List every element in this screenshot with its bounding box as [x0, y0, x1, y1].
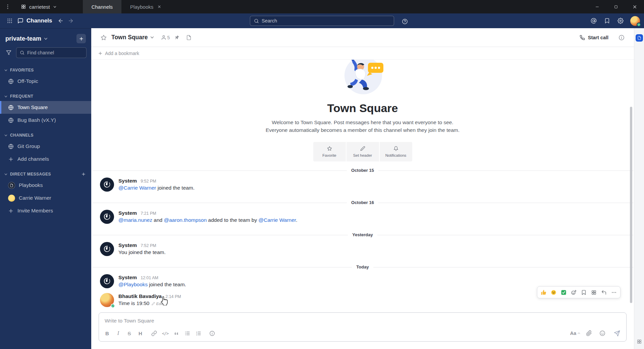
- notifications-button[interactable]: Notifications: [380, 142, 412, 161]
- history-back-button[interactable]: [56, 16, 66, 26]
- find-channel-input[interactable]: [27, 50, 83, 55]
- tab-close-button[interactable]: [157, 5, 161, 9]
- sidebar-item-off-topic[interactable]: Off-Topic: [0, 75, 91, 88]
- tab-playbooks[interactable]: Playbooks: [121, 0, 170, 13]
- search-input[interactable]: [262, 18, 390, 23]
- app-bar-playbooks-button[interactable]: [636, 34, 643, 42]
- scrollbar-thumb[interactable]: [630, 107, 632, 303]
- thumbs-up-emoji-icon: [541, 290, 546, 295]
- attach-file-button[interactable]: [584, 328, 594, 338]
- maximize-icon: [613, 4, 619, 9]
- section-header[interactable]: FREQUENT: [0, 92, 91, 101]
- quick-reaction-check-mark[interactable]: [559, 288, 569, 297]
- maximize-button[interactable]: [606, 0, 625, 13]
- plus-icon: [8, 208, 14, 214]
- app-bar-marketplace-button[interactable]: [637, 339, 642, 344]
- save-message-button[interactable]: [579, 288, 589, 297]
- help-button[interactable]: [399, 16, 411, 27]
- quote-icon: [173, 331, 179, 336]
- code-button[interactable]: </>: [160, 328, 171, 338]
- channel-header: Town Square 5 Start call: [91, 28, 634, 47]
- mention-link[interactable]: @Carrie Warner: [118, 185, 156, 191]
- favorite-button[interactable]: Favorite: [313, 142, 346, 161]
- apps-grid-icon: [591, 290, 597, 295]
- message-row: System9:52 PM @Carrie Warner joined the …: [91, 175, 634, 194]
- set-header-button[interactable]: Set header: [346, 142, 379, 161]
- strikethrough-button[interactable]: S: [124, 328, 135, 338]
- close-button[interactable]: [625, 0, 644, 13]
- playbook-icon: [10, 184, 13, 187]
- tab-channels[interactable]: Channels: [83, 0, 121, 13]
- sidebar-item-bug-bash[interactable]: Bug Bash (vX.Y): [0, 114, 91, 127]
- bulleted-list-button[interactable]: [182, 328, 193, 338]
- quote-button[interactable]: [171, 328, 182, 338]
- start-call-button[interactable]: Start call: [577, 33, 611, 42]
- section-header[interactable]: DIRECT MESSAGES: [0, 170, 91, 179]
- section-header[interactable]: CHANNELS: [0, 131, 91, 140]
- chevron-down-icon: [4, 68, 8, 72]
- sidebar-item-carrie-warner-dm[interactable]: Carrie Warner: [0, 192, 91, 204]
- channel-members-button[interactable]: 5: [161, 35, 170, 40]
- team-menu-button[interactable]: private-team: [5, 35, 48, 42]
- heading-button[interactable]: H: [135, 328, 146, 338]
- message-actions-button[interactable]: [589, 288, 599, 297]
- sidebar-item-playbooks-dm[interactable]: Playbooks: [0, 179, 91, 192]
- mentions-button[interactable]: [588, 15, 599, 26]
- find-channel-box[interactable]: [16, 47, 87, 58]
- global-search[interactable]: [250, 16, 394, 26]
- sidebar-item-add-channels[interactable]: Add channels: [0, 153, 91, 165]
- pinned-posts-button[interactable]: [172, 33, 182, 43]
- minimize-button[interactable]: [588, 0, 606, 13]
- add-direct-message-button[interactable]: [81, 172, 86, 177]
- bold-button[interactable]: B: [102, 328, 113, 338]
- app-bar: [634, 28, 644, 349]
- apps-grid-icon: [637, 339, 642, 344]
- saved-posts-button[interactable]: [601, 15, 613, 26]
- formatting-help-button[interactable]: [207, 328, 218, 338]
- send-icon: [614, 330, 620, 337]
- sidebar-item-town-square[interactable]: Town Square: [0, 101, 91, 114]
- history-forward-button[interactable]: [66, 16, 76, 26]
- channel-files-button[interactable]: [184, 33, 194, 43]
- product-switcher-button[interactable]: [4, 15, 15, 26]
- numbered-list-button[interactable]: [193, 328, 204, 338]
- channel-info-button[interactable]: [616, 33, 627, 43]
- search-icon: [254, 18, 259, 23]
- quick-reaction-grinning[interactable]: [549, 288, 558, 297]
- team-switcher-label: carrietest: [29, 4, 50, 10]
- add-channel-button[interactable]: [76, 34, 86, 43]
- emoji-picker-button[interactable]: [597, 328, 607, 338]
- sidebar-item-invite-members[interactable]: Invite Members: [0, 204, 91, 217]
- section-header[interactable]: FAVORITES: [0, 66, 91, 75]
- quick-reaction-thumbs-up[interactable]: [539, 288, 548, 297]
- team-switcher[interactable]: carrietest: [15, 0, 62, 13]
- link-button[interactable]: [149, 328, 160, 338]
- channel-filter-button[interactable]: [4, 48, 13, 58]
- mention-link[interactable]: @aaron.thompson: [164, 217, 207, 223]
- channel-intro-illustration: [336, 60, 389, 98]
- reply-button[interactable]: [599, 288, 609, 297]
- workspace: private-team FAVORITES Off-Topic: [0, 28, 644, 349]
- user-avatar[interactable]: [630, 16, 640, 26]
- channel-name-menu[interactable]: Town Square: [111, 34, 154, 41]
- mention-link[interactable]: @Playbooks: [118, 282, 148, 287]
- channels-product-icon: [17, 18, 23, 24]
- more-actions-button[interactable]: [609, 288, 619, 297]
- mention-link[interactable]: @Carrie Warner: [259, 217, 296, 223]
- send-message-button[interactable]: [611, 328, 623, 338]
- find-channel-row: [0, 47, 91, 61]
- sidebar-item-git-group[interactable]: Git Group: [0, 140, 91, 153]
- message-time: 7:52 PM: [141, 243, 156, 248]
- toggle-formatting-button[interactable]: Aa: [570, 331, 581, 336]
- message-text: @Playbooks joined the team.: [118, 282, 186, 288]
- add-bookmark-button[interactable]: Add a bookmark: [105, 51, 139, 56]
- message-input[interactable]: [99, 313, 626, 327]
- settings-button[interactable]: [615, 15, 626, 26]
- add-reaction-button[interactable]: [569, 288, 579, 297]
- favorite-channel-button[interactable]: [99, 33, 109, 43]
- paperclip-icon: [586, 330, 592, 336]
- mention-link[interactable]: @maria.nunez: [118, 217, 152, 223]
- italic-button[interactable]: I: [113, 328, 124, 338]
- header-right-controls: [588, 15, 640, 26]
- app-menu-button[interactable]: [0, 0, 15, 13]
